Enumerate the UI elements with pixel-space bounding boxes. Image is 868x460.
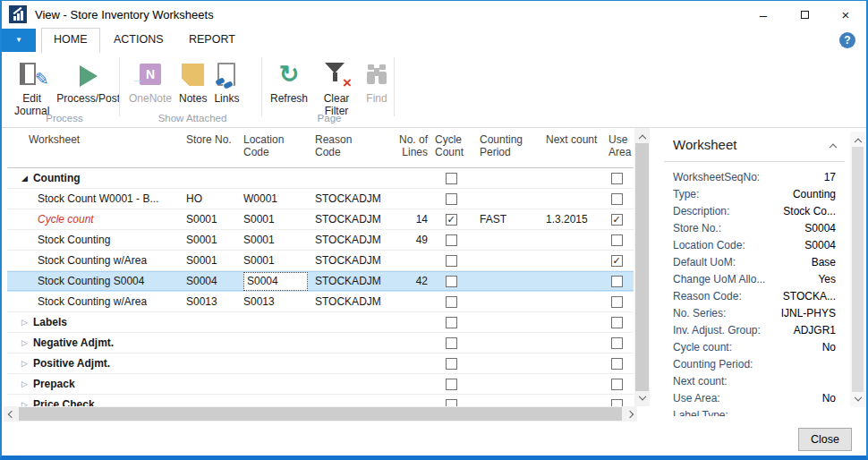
edit-journal-button[interactable]: ✎ Edit Journal bbox=[11, 56, 53, 119]
check-icon: ✓ bbox=[612, 256, 620, 266]
worksheet-table: ◢Counting Stock Count W0001 - B... HO W0… bbox=[7, 168, 634, 406]
use-area-checkbox[interactable] bbox=[611, 234, 623, 246]
minimize-button[interactable]: – bbox=[743, 1, 784, 28]
factbox-field-label: Counting Period: bbox=[673, 356, 753, 373]
tab-report[interactable]: REPORT bbox=[177, 28, 247, 53]
links-button[interactable]: Links bbox=[210, 56, 243, 106]
focused-cell-location-code[interactable]: S0004 bbox=[243, 272, 308, 291]
use-area-checkbox[interactable] bbox=[611, 337, 623, 349]
collapsed-triangle-icon[interactable]: ▷ bbox=[21, 359, 28, 368]
scroll-right-arrow-icon[interactable] bbox=[622, 406, 637, 422]
factbox-field-value: ADJGR1 bbox=[794, 322, 836, 339]
use-area-checkbox[interactable] bbox=[611, 193, 623, 205]
onenote-button[interactable]: N→ OneNote bbox=[125, 56, 175, 106]
app-menu-button[interactable]: ▼ bbox=[2, 29, 36, 52]
cycle-count-checkbox[interactable] bbox=[446, 317, 457, 328]
cycle-count-checkbox[interactable] bbox=[446, 296, 457, 308]
cycle-count-checkbox[interactable] bbox=[446, 276, 457, 287]
table-row-group[interactable]: ▷Prepack bbox=[7, 374, 634, 395]
link-document-icon bbox=[217, 63, 235, 86]
scroll-up-arrow-icon[interactable] bbox=[850, 132, 865, 147]
use-area-checkbox[interactable] bbox=[611, 358, 623, 370]
collapsed-triangle-icon[interactable]: ▷ bbox=[21, 318, 28, 327]
table-row-group[interactable]: ▷Negative Adjmt. bbox=[7, 333, 634, 354]
column-header-worksheet[interactable]: Worksheet bbox=[7, 133, 184, 146]
horizontal-scroll-thumb[interactable] bbox=[19, 407, 622, 421]
table-horizontal-scrollbar[interactable] bbox=[4, 406, 637, 422]
column-header-no-of-lines[interactable]: No. of Lines bbox=[388, 133, 430, 158]
scroll-down-arrow-icon[interactable] bbox=[634, 391, 650, 406]
cycle-count-checkbox[interactable] bbox=[446, 255, 457, 267]
column-header-store-no[interactable]: Store No. bbox=[184, 133, 238, 146]
cycle-count-checkbox[interactable] bbox=[446, 234, 457, 246]
cell-no-of-lines: 42 bbox=[388, 275, 430, 287]
cycle-count-checkbox-checked[interactable]: ✓ bbox=[446, 214, 457, 226]
cell-no-of-lines: 49 bbox=[388, 234, 430, 246]
find-button[interactable]: Find bbox=[362, 56, 392, 106]
collapsed-triangle-icon[interactable]: ▷ bbox=[21, 400, 28, 406]
close-window-button[interactable]: × bbox=[825, 1, 866, 28]
cycle-count-checkbox[interactable] bbox=[446, 193, 457, 205]
collapsed-triangle-icon[interactable]: ▷ bbox=[21, 379, 28, 388]
scroll-left-arrow-icon[interactable] bbox=[4, 406, 19, 422]
factbox-field-label: Cycle count: bbox=[673, 339, 732, 356]
table-row-group[interactable]: ▷Price Check bbox=[7, 395, 634, 406]
table-row-group[interactable]: ▷Positive Adjmt. bbox=[7, 354, 634, 374]
factbox-scrollbar[interactable] bbox=[850, 132, 865, 407]
use-area-checkbox-checked[interactable]: ✓ bbox=[611, 214, 623, 226]
column-header-cycle-count[interactable]: Cycle Count bbox=[430, 133, 472, 158]
table-row-selected[interactable]: Stock Counting S0004 S0004 S0004 STOCKAD… bbox=[7, 271, 634, 292]
process-post-button[interactable]: Process/Post bbox=[53, 56, 123, 106]
table-row[interactable]: Stock Counting w/Area S0013 S0013 STOCKA… bbox=[7, 292, 634, 312]
use-area-checkbox[interactable] bbox=[611, 317, 623, 328]
cycle-count-checkbox[interactable] bbox=[446, 337, 457, 349]
factbox-field-label: Reason Code: bbox=[673, 288, 742, 305]
table-row[interactable]: Stock Count W0001 - B... HO W0001 STOCKA… bbox=[7, 189, 634, 209]
scroll-up-arrow-icon[interactable] bbox=[634, 128, 650, 143]
factbox-field-value: Counting bbox=[793, 186, 836, 203]
app-logo-icon bbox=[9, 5, 27, 23]
use-area-checkbox-checked[interactable]: ✓ bbox=[611, 255, 623, 267]
tab-home[interactable]: HOME bbox=[41, 28, 100, 53]
cycle-count-checkbox[interactable] bbox=[446, 358, 457, 370]
collapse-chevron-icon[interactable] bbox=[830, 142, 836, 148]
expanded-triangle-icon[interactable]: ◢ bbox=[21, 174, 28, 183]
clear-filter-button[interactable]: × Clear Filter bbox=[311, 56, 362, 119]
factbox-field-value: No bbox=[822, 339, 836, 356]
use-area-checkbox[interactable] bbox=[611, 296, 623, 308]
column-header-reason-code[interactable]: Reason Code bbox=[310, 133, 388, 158]
refresh-button[interactable]: ↻ Refresh bbox=[267, 56, 311, 106]
close-button[interactable]: Close bbox=[798, 428, 852, 451]
footer: Close bbox=[2, 422, 866, 456]
column-header-location-code[interactable]: Location Code bbox=[238, 133, 310, 158]
use-area-checkbox[interactable] bbox=[611, 379, 623, 390]
table-row[interactable]: Cycle count S0001 S0001 STOCKADJM 14 ✓ F… bbox=[7, 209, 634, 230]
check-icon: ✓ bbox=[612, 215, 620, 225]
column-header-counting-period[interactable]: Counting Period bbox=[472, 133, 540, 158]
titlebar[interactable]: View - Store Inventory Worksheets – × bbox=[2, 1, 866, 28]
notes-button[interactable]: Notes bbox=[175, 56, 210, 106]
cycle-count-checkbox[interactable] bbox=[446, 399, 457, 407]
collapsed-triangle-icon[interactable]: ▷ bbox=[21, 338, 28, 347]
table-row[interactable]: Stock Counting w/Area S0001 S0001 STOCKA… bbox=[7, 251, 634, 271]
factbox-title: Worksheet bbox=[673, 137, 736, 152]
table-row-group[interactable]: ▷Labels bbox=[7, 312, 634, 333]
help-button[interactable]: ? bbox=[839, 32, 855, 48]
column-header-use-area[interactable]: Use Area bbox=[600, 133, 634, 158]
table-vertical-scrollbar[interactable] bbox=[634, 128, 650, 406]
scroll-down-arrow-icon[interactable] bbox=[850, 392, 865, 407]
factbox-scroll-thumb[interactable] bbox=[852, 147, 864, 392]
maximize-button[interactable] bbox=[784, 1, 825, 28]
cell-store-no: S0013 bbox=[184, 295, 238, 308]
use-area-checkbox[interactable] bbox=[611, 276, 623, 287]
ribbon-group-label-process: Process bbox=[11, 113, 118, 124]
use-area-checkbox[interactable] bbox=[611, 399, 623, 407]
cycle-count-checkbox[interactable] bbox=[446, 173, 457, 184]
cycle-count-checkbox[interactable] bbox=[446, 379, 457, 390]
table-row-group[interactable]: ◢Counting bbox=[7, 168, 634, 189]
table-row[interactable]: Stock Counting S0001 S0001 STOCKADJM 49 bbox=[7, 230, 634, 251]
tab-actions[interactable]: ACTIONS bbox=[102, 28, 175, 53]
use-area-checkbox[interactable] bbox=[611, 173, 623, 184]
vertical-scroll-thumb[interactable] bbox=[635, 143, 649, 391]
column-header-next-count[interactable]: Next count bbox=[540, 133, 600, 146]
